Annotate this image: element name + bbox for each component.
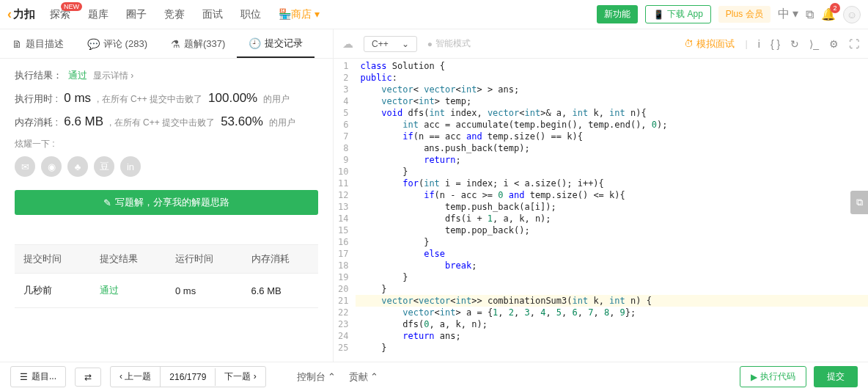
tab-description[interactable]: 🗎题目描述 bbox=[0, 29, 76, 58]
smart-mode-toggle[interactable]: ●智能模式 bbox=[427, 37, 471, 50]
clock-icon: ⏱ bbox=[684, 38, 694, 49]
language-switch[interactable]: 中 ▾ bbox=[778, 7, 798, 22]
dashboard-icon[interactable]: ⧉ bbox=[806, 8, 814, 21]
nav-group: ‹ 上一题 216/1779 下一题 › bbox=[110, 366, 266, 387]
chevron-up-icon: ⌃ bbox=[370, 371, 378, 382]
line-gutter: 1234567891011121314151617181920212223242… bbox=[334, 59, 356, 362]
submission-table: 提交时间 提交结果 运行时间 内存消耗 几秒前 通过 0 ms 6.6 MB bbox=[15, 244, 318, 308]
braces-icon[interactable]: { } bbox=[770, 38, 780, 50]
shuffle-icon: ⇄ bbox=[84, 372, 92, 382]
nav-problems[interactable]: 题库 bbox=[81, 8, 116, 21]
play-icon: ▶ bbox=[751, 372, 757, 382]
th-result: 提交结果 bbox=[91, 245, 167, 274]
new-feature-button[interactable]: 新功能 bbox=[597, 5, 638, 23]
flask-icon: ⚗ bbox=[171, 38, 180, 50]
editor-toolbar: ☁ C++⌄ ●智能模式 ⏱模拟面试 | i { } ↻ ⟩_ ⚙ ⛶ bbox=[334, 29, 868, 59]
settings-icon[interactable]: ⚙ bbox=[829, 38, 839, 50]
nav-interview[interactable]: 面试 bbox=[195, 8, 230, 21]
main-split: 🗎题目描述 💬评论 (283) ⚗题解(337) 🕘提交记录 执行结果： 通过 … bbox=[0, 29, 868, 362]
info-icon[interactable]: i bbox=[758, 38, 760, 50]
th-runtime: 运行时间 bbox=[166, 245, 243, 274]
chevron-up-icon: ⌃ bbox=[328, 371, 336, 382]
code-editor[interactable]: 1234567891011121314151617181920212223242… bbox=[334, 59, 868, 362]
nav-jobs[interactable]: 职位 bbox=[233, 8, 268, 21]
avatar[interactable]: ☺ bbox=[843, 6, 861, 23]
nav-contest[interactable]: 竞赛 bbox=[157, 8, 192, 21]
code-body[interactable]: class Solution {public: vector< vector<i… bbox=[356, 59, 868, 362]
problem-list-button[interactable]: ☰题目... bbox=[10, 366, 66, 387]
tab-submissions[interactable]: 🕘提交记录 bbox=[237, 29, 315, 58]
th-memory: 内存消耗 bbox=[243, 245, 319, 274]
table-row[interactable]: 几秒前 通过 0 ms 6.6 MB bbox=[15, 274, 318, 308]
memory-value: 6.6 MB bbox=[64, 114, 103, 129]
download-app-button[interactable]: 📱下载 App bbox=[645, 5, 711, 23]
new-badge: NEW bbox=[61, 2, 82, 11]
left-panel: 🗎题目描述 💬评论 (283) ⚗题解(337) 🕘提交记录 执行结果： 通过 … bbox=[0, 29, 334, 362]
notification-count: 2 bbox=[830, 3, 840, 13]
th-time: 提交时间 bbox=[15, 245, 91, 274]
prev-button[interactable]: ‹ 上一题 bbox=[111, 367, 161, 387]
submit-button[interactable]: 提交 bbox=[814, 366, 858, 387]
next-button[interactable]: 下一题 › bbox=[216, 367, 265, 387]
nav-circle[interactable]: 圈子 bbox=[119, 8, 154, 21]
result-status: 通过 bbox=[68, 69, 87, 82]
store-icon: 🏪 bbox=[279, 8, 291, 20]
nav-store[interactable]: 🏪商店 ▾ bbox=[271, 8, 327, 21]
terminal-icon[interactable]: ⟩_ bbox=[809, 38, 819, 50]
bell-icon[interactable]: 🔔2 bbox=[821, 7, 836, 21]
linkedin-icon[interactable]: in bbox=[120, 156, 141, 177]
chevron-down-icon: ⌄ bbox=[402, 39, 409, 49]
plus-member-button[interactable]: Plus 会员 bbox=[718, 6, 770, 23]
write-solution-button[interactable]: ✎写题解，分享我的解题思路 bbox=[15, 190, 318, 215]
left-tabs: 🗎题目描述 💬评论 (283) ⚗题解(337) 🕘提交记录 bbox=[0, 29, 333, 59]
comment-icon: 💬 bbox=[87, 38, 100, 50]
separator: | bbox=[745, 38, 747, 49]
runtime-label: 执行用时 : bbox=[15, 92, 58, 106]
memory-label: 内存消耗 : bbox=[15, 116, 58, 129]
fullscreen-icon[interactable]: ⛶ bbox=[849, 38, 859, 50]
logo-icon: ‹ bbox=[7, 7, 12, 22]
nav-explore[interactable]: 探索NEW bbox=[43, 8, 78, 21]
tab-solutions[interactable]: ⚗题解(337) bbox=[159, 29, 237, 58]
runtime-value: 0 ms bbox=[64, 91, 91, 106]
history-icon: 🕘 bbox=[249, 37, 261, 49]
weibo-icon[interactable]: ◉ bbox=[41, 156, 62, 177]
top-nav: ‹ 力扣 探索NEW 题库 圈子 竞赛 面试 职位 🏪商店 ▾ 新功能 📱下载 … bbox=[0, 0, 868, 29]
logo[interactable]: ‹ 力扣 bbox=[7, 7, 35, 22]
tab-comments[interactable]: 💬评论 (283) bbox=[76, 29, 159, 58]
reset-icon[interactable]: ↻ bbox=[790, 38, 799, 50]
doc-icon: 🗎 bbox=[12, 38, 22, 50]
douban-icon[interactable]: 豆 bbox=[94, 156, 114, 177]
logo-text: 力扣 bbox=[13, 7, 35, 21]
problem-counter: 216/1779 bbox=[161, 368, 216, 386]
shuffle-button[interactable]: ⇄ bbox=[75, 368, 101, 387]
list-icon: ☰ bbox=[20, 372, 28, 382]
result-label: 执行结果： bbox=[15, 69, 62, 82]
bottom-bar: ☰题目... ⇄ ‹ 上一题 216/1779 下一题 › 控制台 ⌃ 贡献 ⌃… bbox=[0, 362, 868, 391]
cloud-icon[interactable]: ☁ bbox=[342, 37, 353, 51]
runtime-percentile: 100.00% bbox=[208, 91, 257, 106]
share-label: 炫耀一下 : bbox=[15, 138, 318, 150]
contribute-toggle[interactable]: 贡献 ⌃ bbox=[349, 370, 378, 384]
phone-icon: 📱 bbox=[653, 10, 664, 20]
memory-percentile: 53.60% bbox=[221, 114, 263, 129]
side-expand-tab[interactable]: ⧉ bbox=[850, 191, 868, 214]
pencil-icon: ✎ bbox=[103, 197, 111, 208]
mock-interview-button[interactable]: ⏱模拟面试 bbox=[684, 37, 735, 51]
qq-icon[interactable]: ♣ bbox=[67, 156, 88, 177]
submission-result: 执行结果： 通过 显示详情 › 执行用时 : 0 ms , 在所有 C++ 提交… bbox=[0, 59, 333, 362]
run-code-button[interactable]: ▶执行代码 bbox=[740, 366, 806, 387]
right-panel: ☁ C++⌄ ●智能模式 ⏱模拟面试 | i { } ↻ ⟩_ ⚙ ⛶ 1234… bbox=[334, 29, 868, 362]
console-toggle[interactable]: 控制台 ⌃ bbox=[297, 370, 336, 384]
wechat-icon[interactable]: ✉ bbox=[15, 156, 35, 177]
language-select[interactable]: C++⌄ bbox=[364, 36, 417, 52]
show-detail-link[interactable]: 显示详情 › bbox=[93, 70, 133, 82]
dot-icon: ● bbox=[427, 39, 433, 49]
